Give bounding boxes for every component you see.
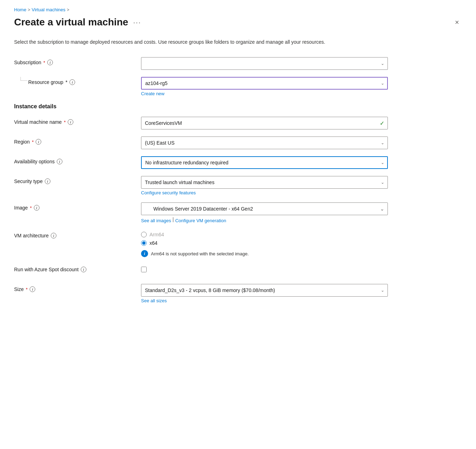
spot-discount-row: Run with Azure Spot discount i (14, 264, 462, 277)
size-row: Size * i Standard_D2s_v3 - 2 vcpus, 8 Gi… (14, 284, 462, 303)
image-input-col: Windows Server 2019 Datacenter - x64 Gen… (141, 202, 388, 223)
subscription-input-col: ⌄ (141, 57, 388, 70)
security-type-select-wrapper: Trusted launch virtual machines ⌄ (141, 176, 388, 189)
vm-architecture-info-icon[interactable]: i (51, 233, 56, 238)
links-separator: | (172, 217, 174, 223)
resource-group-select[interactable]: az104-rg5 (141, 77, 388, 90)
arm64-info-box: i Arm64 is not supported with the select… (141, 250, 388, 257)
vm-architecture-label-col: VM architecture i (14, 230, 141, 238)
arm64-info-text: Arm64 is not supported with the selected… (151, 251, 249, 256)
subscription-required: * (43, 60, 45, 65)
size-required: * (26, 287, 28, 292)
page-description: Select the subscription to manage deploy… (14, 38, 331, 46)
availability-label-col: Availability options i (14, 156, 141, 164)
resource-group-label: Resource group (28, 79, 63, 85)
instance-details-title: Instance details (14, 103, 462, 110)
breadcrumb: Home > Virtual machines > (14, 7, 462, 12)
region-label: Region (14, 139, 30, 145)
see-all-images-link[interactable]: See all images (141, 218, 171, 223)
availability-info-icon[interactable]: i (57, 159, 62, 164)
x64-label: x64 (149, 240, 158, 246)
security-type-label: Security type (14, 178, 43, 184)
size-select[interactable]: Standard_D2s_v3 - 2 vcpus, 8 GiB memory … (141, 284, 388, 297)
resource-group-info-icon[interactable]: i (69, 79, 75, 85)
vm-name-input-col: ✓ (141, 117, 388, 129)
region-input-col: (US) East US ⌄ (141, 136, 388, 149)
security-type-info-icon[interactable]: i (45, 178, 50, 184)
security-type-row: Security type i Trusted launch virtual m… (14, 176, 462, 195)
resource-group-label-col: Resource group * i (28, 77, 141, 85)
region-row: Region * i (US) East US ⌄ (14, 136, 462, 149)
image-links-row: See all images | Configure VM generation (141, 217, 388, 223)
image-select[interactable]: Windows Server 2019 Datacenter - x64 Gen… (141, 202, 388, 215)
page-header: Create a virtual machine ··· × (14, 17, 462, 28)
subscription-select-wrapper: ⌄ (141, 57, 388, 70)
region-select[interactable]: (US) East US (141, 136, 388, 149)
vm-name-input[interactable] (141, 117, 388, 129)
close-button[interactable]: × (452, 17, 462, 28)
size-input-col: Standard_D2s_v3 - 2 vcpus, 8 GiB memory … (141, 284, 388, 303)
page-title: Create a virtual machine (14, 17, 128, 28)
breadcrumb-sep1: > (28, 7, 30, 12)
vm-name-info-icon[interactable]: i (68, 119, 73, 125)
region-required: * (32, 139, 33, 145)
size-label-col: Size * i (14, 284, 141, 292)
size-label: Size (14, 286, 24, 292)
ellipsis-button[interactable]: ··· (133, 18, 141, 26)
vm-architecture-row: VM architecture i Arm64 x64 i Arm64 is n… (14, 230, 462, 257)
resource-group-select-wrapper: az104-rg5 ⌄ (141, 77, 388, 90)
breadcrumb-sep2: > (67, 7, 69, 12)
vm-architecture-radio-group: Arm64 x64 (141, 232, 388, 246)
resource-group-input-col: az104-rg5 ⌄ Create new (141, 77, 388, 96)
arm64-radio[interactable] (141, 232, 147, 237)
region-info-icon[interactable]: i (36, 139, 41, 145)
spot-discount-input-col (141, 264, 388, 272)
size-info-icon[interactable]: i (30, 286, 35, 292)
vm-name-row: Virtual machine name * i ✓ (14, 117, 462, 129)
arm64-label: Arm64 (149, 232, 164, 237)
availability-select-wrapper: No infrastructure redundancy required ⌄ (141, 156, 388, 169)
see-all-sizes-link[interactable]: See all sizes (141, 298, 167, 303)
image-select-wrapper: Windows Server 2019 Datacenter - x64 Gen… (141, 202, 388, 215)
security-type-select[interactable]: Trusted launch virtual machines (141, 176, 388, 189)
image-label-col: Image * i (14, 202, 141, 211)
x64-radio[interactable] (141, 240, 147, 246)
vm-architecture-input-col: Arm64 x64 i Arm64 is not supported with … (141, 230, 388, 257)
availability-input-col: No infrastructure redundancy required ⌄ (141, 156, 388, 169)
vm-name-label: Virtual machine name (14, 119, 62, 125)
spot-discount-label: Run with Azure Spot discount (14, 267, 79, 272)
spot-discount-info-icon[interactable]: i (81, 267, 86, 272)
availability-row: Availability options i No infrastructure… (14, 156, 462, 169)
security-type-input-col: Trusted launch virtual machines ⌄ Config… (141, 176, 388, 195)
image-row: Image * i Windows Server 2019 Datacenter… (14, 202, 462, 223)
availability-label: Availability options (14, 159, 55, 164)
breadcrumb-virtual-machines[interactable]: Virtual machines (32, 7, 66, 12)
subscription-row: Subscription * i ⌄ (14, 57, 462, 70)
subscription-select[interactable] (141, 57, 388, 70)
image-required: * (30, 205, 32, 211)
resource-group-required: * (66, 79, 67, 85)
create-new-link[interactable]: Create new (141, 91, 164, 96)
rg-horiz-container (14, 80, 28, 81)
spot-discount-checkbox-item (141, 267, 388, 272)
configure-security-link[interactable]: Configure security features (141, 190, 196, 195)
subscription-info-icon[interactable]: i (47, 60, 53, 65)
resource-group-row: Resource group * i az104-rg5 ⌄ Create ne… (14, 77, 462, 96)
breadcrumb-home[interactable]: Home (14, 7, 26, 12)
spot-discount-label-col: Run with Azure Spot discount i (14, 264, 141, 272)
image-label: Image (14, 205, 28, 211)
spot-discount-checkbox[interactable] (141, 267, 147, 272)
info-circle-icon: i (141, 250, 148, 257)
region-label-col: Region * i (14, 136, 141, 145)
vm-name-required: * (64, 120, 66, 125)
vm-architecture-label: VM architecture (14, 233, 49, 238)
availability-select[interactable]: No infrastructure redundancy required (141, 156, 388, 169)
image-info-icon[interactable]: i (34, 205, 39, 211)
size-select-wrapper: Standard_D2s_v3 - 2 vcpus, 8 GiB memory … (141, 284, 388, 297)
rg-vert-line (20, 77, 21, 80)
configure-vm-generation-link[interactable]: Configure VM generation (175, 218, 226, 223)
subscription-label-col: Subscription * i (14, 57, 141, 65)
x64-radio-item: x64 (141, 240, 388, 246)
arm64-radio-item: Arm64 (141, 232, 388, 237)
security-type-label-col: Security type i (14, 176, 141, 184)
